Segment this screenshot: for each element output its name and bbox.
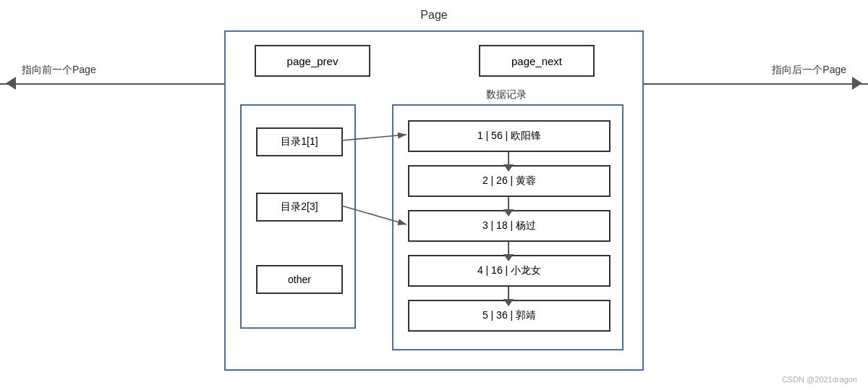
watermark: CSDN @2021dragon <box>782 375 857 384</box>
page-prev-box: page_prev <box>255 45 370 77</box>
diagram-container: Page 指向前一个Page 指向后一个Page page_prev page_… <box>0 0 868 391</box>
down-arrow-3 <box>508 242 509 255</box>
data-records-label: 数据记录 <box>486 88 527 101</box>
down-arrowhead-1 <box>503 164 514 172</box>
down-arrowhead-3 <box>503 254 514 261</box>
record-item-1: 1 | 56 | 欧阳锋 <box>408 120 610 152</box>
down-arrowhead-2 <box>503 209 514 216</box>
prev-page-label: 指向前一个Page <box>22 64 96 77</box>
page-next-box: page_next <box>479 45 595 77</box>
dir-item-2: 目录2[3] <box>256 193 343 222</box>
down-arrow-4 <box>508 287 509 300</box>
down-arrowhead-4 <box>503 299 514 306</box>
page-title: Page <box>420 9 447 22</box>
arrow-left-icon <box>6 77 16 90</box>
records-box: 1 | 56 | 欧阳锋 2 | 26 | 黄蓉 3 | 18 | 杨过 4 |… <box>392 104 624 350</box>
page-prev-label: page_prev <box>287 55 339 67</box>
dir-item-1: 目录1[1] <box>256 127 343 156</box>
dir-item-other: other <box>256 265 343 294</box>
next-page-label: 指向后一个Page <box>772 64 846 77</box>
down-arrow-2 <box>508 197 509 210</box>
page-box: page_prev page_next 数据记录 目录1[1] 目录2[3] o… <box>224 30 644 371</box>
arrow-right-icon <box>852 77 862 90</box>
page-next-label: page_next <box>511 55 562 67</box>
directory-box: 目录1[1] 目录2[3] other <box>240 104 356 329</box>
down-arrow-1 <box>508 152 509 165</box>
